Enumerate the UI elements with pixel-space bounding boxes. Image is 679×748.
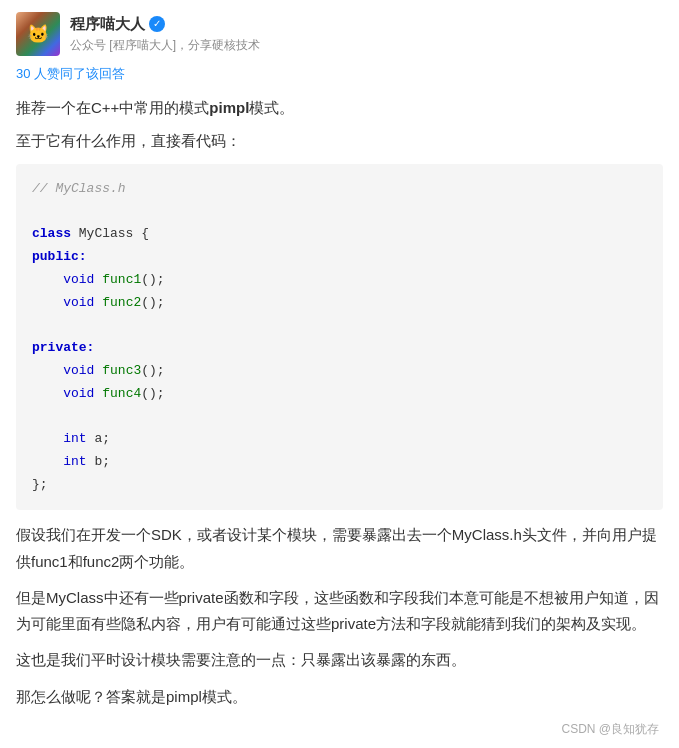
- code-blank-3: [32, 405, 647, 428]
- user-description: 公众号 [程序喵大人]，分享硬核技术: [70, 36, 260, 55]
- code-block: // MyClass.h class MyClass { public: voi…: [16, 164, 663, 511]
- code-blank-1: [32, 201, 647, 224]
- paragraph3: 这也是我们平时设计模块需要注意的一点：只暴露出该暴露的东西。: [16, 647, 663, 673]
- user-info: 程序喵大人 ✓ 公众号 [程序喵大人]，分享硬核技术: [70, 12, 260, 55]
- code-comment: // MyClass.h: [32, 178, 647, 201]
- code-close: };: [32, 474, 647, 497]
- user-name-row: 程序喵大人 ✓: [70, 12, 260, 36]
- code-func2: void func2();: [32, 292, 647, 315]
- code-class-decl: class MyClass {: [32, 223, 647, 246]
- code-func3: void func3();: [32, 360, 647, 383]
- code-private: private:: [32, 337, 647, 360]
- paragraph4-suffix: 模式。: [202, 688, 247, 705]
- user-name[interactable]: 程序喵大人: [70, 12, 145, 36]
- paragraph4-bold: pimpl: [166, 688, 202, 705]
- code-blank-2: [32, 314, 647, 337]
- paragraph4-prefix: 那怎么做呢？答案就是: [16, 688, 166, 705]
- paragraph4: 那怎么做呢？答案就是pimpl模式。: [16, 684, 663, 710]
- paragraph2: 但是MyClass中还有一些private函数和字段，这些函数和字段我们本意可能…: [16, 585, 663, 638]
- likes-count: 30 人赞同了该回答: [16, 64, 663, 85]
- code-func1: void func1();: [32, 269, 647, 292]
- code-public: public:: [32, 246, 647, 269]
- intro-suffix: 模式。: [249, 99, 294, 116]
- verified-icon: ✓: [149, 16, 165, 32]
- avatar[interactable]: 🐱: [16, 12, 60, 56]
- footer: CSDN @良知犹存: [16, 720, 663, 739]
- intro-line2: 至于它有什么作用，直接看代码：: [16, 128, 663, 154]
- intro-prefix: 推荐一个在C++中常用的模式: [16, 99, 209, 116]
- intro-text: 推荐一个在C++中常用的模式pimpl模式。: [16, 95, 663, 121]
- code-int-a: int a;: [32, 428, 647, 451]
- code-int-b: int b;: [32, 451, 647, 474]
- intro-bold: pimpl: [209, 99, 249, 116]
- code-func4: void func4();: [32, 383, 647, 406]
- user-header: 🐱 程序喵大人 ✓ 公众号 [程序喵大人]，分享硬核技术: [16, 12, 663, 56]
- watermark: CSDN @良知犹存: [561, 720, 659, 739]
- paragraph1: 假设我们在开发一个SDK，或者设计某个模块，需要暴露出去一个MyClass.h头…: [16, 522, 663, 575]
